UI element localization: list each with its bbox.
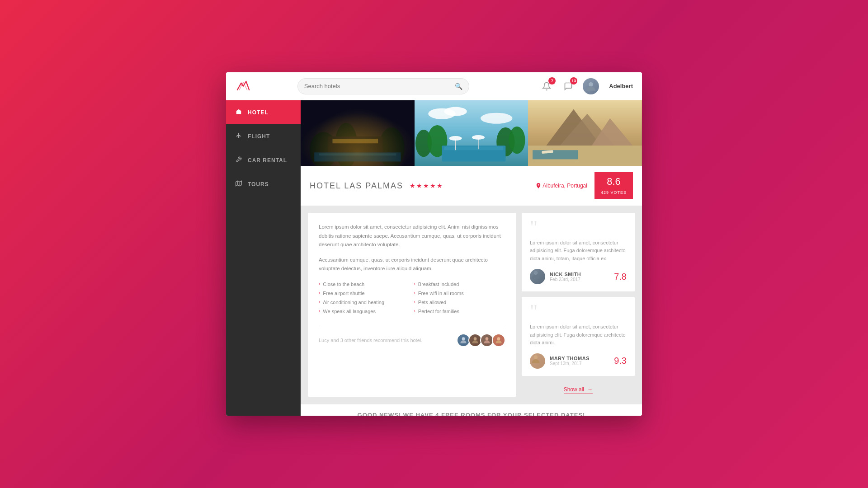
amenity-label: Free wifi in all rooms — [418, 291, 464, 296]
amenity-item: › Pets allowed — [414, 300, 506, 305]
sidebar-item-flight[interactable]: FLIGHT — [226, 124, 301, 148]
svg-rect-11 — [314, 152, 401, 161]
hotel-description-2: Accusantium cumque, quas, ut corporis in… — [319, 256, 505, 273]
svg-point-16 — [481, 113, 512, 124]
score-badge: 8.6 429 VOTES — [594, 172, 633, 199]
svg-point-6 — [310, 132, 337, 166]
amenity-item: › Air conditioning and heating — [319, 300, 410, 305]
bottom-bar-text: GOOD NEWS! WE HAVE 4 FREE ROOMS FOR YOUR… — [358, 412, 585, 416]
amenity-label: Breakfast included — [418, 282, 459, 287]
svg-point-24 — [449, 136, 462, 141]
svg-rect-32 — [533, 150, 578, 159]
amenity-label: Pets allowed — [418, 300, 446, 305]
sidebar-item-car-rental-label: CAR RENTAL — [248, 157, 287, 164]
svg-point-15 — [444, 107, 467, 116]
amenity-item: › Breakfast included — [414, 282, 506, 287]
gallery-image-2 — [415, 100, 528, 166]
svg-rect-4 — [301, 100, 415, 166]
svg-rect-22 — [444, 146, 503, 150]
sidebar-item-tours-label: TOURS — [248, 181, 269, 188]
amenities-list: › Close to the beach › Breakfast include… — [319, 282, 505, 314]
logo[interactable] — [235, 77, 253, 95]
amenity-label: We speak all languages — [323, 309, 376, 314]
friend-avatar-4 — [492, 333, 505, 347]
reviewer-name-1: NICK SMITH — [550, 272, 609, 277]
svg-point-0 — [589, 82, 593, 87]
reviewer-info-1: NICK SMITH Feb 23rd, 2017 — [550, 272, 609, 282]
review-score-2: 9.3 — [614, 356, 627, 366]
header-right: 7 13 Adelbert — [539, 78, 633, 94]
hotel-name: HOTEL LAS PALMAS — [310, 181, 403, 191]
quote-mark-2: " — [530, 304, 627, 319]
svg-rect-10 — [332, 139, 378, 143]
friend-avatars — [458, 333, 505, 347]
svg-point-36 — [486, 337, 489, 340]
map-icon — [235, 180, 242, 188]
location-text: Albufeira, Portugal — [542, 183, 587, 189]
gallery — [301, 100, 642, 166]
reviewer-info-2: MARY THOMAS Sept 13th, 2017 — [550, 356, 609, 366]
star-rating: ★ ★ ★ ★ ★ — [410, 182, 443, 189]
hotel-location: Albufeira, Portugal — [536, 183, 587, 189]
search-input[interactable] — [304, 83, 455, 89]
svg-rect-12 — [319, 153, 396, 155]
content-area: Lorem ipsum dolor sit amet, consectetur … — [301, 206, 642, 404]
svg-point-8 — [379, 127, 404, 166]
svg-point-34 — [462, 337, 465, 340]
amenity-item: › Close to the beach — [319, 282, 410, 287]
score-votes: 429 VOTES — [601, 190, 627, 195]
svg-rect-5 — [301, 100, 415, 166]
notifications-button[interactable]: 7 — [539, 79, 554, 94]
show-all-row: Show all → — [522, 381, 635, 397]
show-all-link[interactable]: Show all → — [564, 386, 593, 394]
amenity-label: Perfect for families — [418, 309, 459, 314]
sidebar-item-hotel-label: HOTEL — [248, 109, 269, 116]
sidebar-item-tours[interactable]: TOURS — [226, 172, 301, 196]
sidebar-item-car-rental[interactable]: CAR RENTAL — [226, 148, 301, 172]
main-content: HOTEL LAS PALMAS ★ ★ ★ ★ ★ Albufeira, Po… — [301, 100, 642, 416]
friends-text: Lucy and 3 other friends recommend this … — [319, 338, 454, 343]
header: 🔍 7 13 Adelbert — [226, 72, 642, 100]
chevron-right-icon: › — [319, 291, 320, 296]
show-all-label: Show all — [564, 386, 584, 393]
wrench-icon — [235, 156, 242, 164]
avatar[interactable] — [583, 78, 599, 94]
svg-rect-9 — [328, 136, 382, 155]
reviewer-date-2: Sept 13th, 2017 — [550, 361, 609, 366]
friends-row: Lucy and 3 other friends recommend this … — [319, 326, 505, 347]
amenity-item: › Perfect for families — [414, 309, 506, 314]
sidebar: HOTEL FLIGHT CAR RENTAL — [226, 100, 301, 416]
score-number: 8.6 — [601, 176, 627, 188]
chevron-right-icon: › — [414, 300, 415, 305]
review-text-1: Lorem ipsum dolor sit amet, consectetur … — [530, 239, 627, 263]
reviewer-avatar-2 — [530, 353, 545, 369]
gallery-image-3 — [528, 100, 642, 166]
reviewer-1: NICK SMITH Feb 23rd, 2017 7.8 — [530, 269, 627, 284]
sidebar-item-hotel[interactable]: HOTEL — [226, 100, 301, 124]
sidebar-item-flight-label: FLIGHT — [248, 133, 270, 140]
bottom-bar: GOOD NEWS! WE HAVE 4 FREE ROOMS FOR YOUR… — [301, 404, 642, 416]
reviewer-date-1: Feb 23rd, 2017 — [550, 277, 609, 282]
gallery-image-1 — [301, 100, 415, 166]
reviewer-2: MARY THOMAS Sept 13th, 2017 9.3 — [530, 353, 627, 369]
chevron-right-icon: › — [414, 291, 415, 296]
app-window: 🔍 7 13 Adelbert — [226, 72, 642, 416]
chevron-right-icon: › — [414, 309, 415, 314]
amenity-item: › Free wifi in all rooms — [414, 291, 506, 296]
amenity-label: Close to the beach — [323, 282, 364, 287]
search-bar[interactable]: 🔍 — [297, 78, 469, 94]
messages-button[interactable]: 13 — [561, 79, 576, 94]
chevron-right-icon: › — [319, 300, 320, 305]
right-panel: " Lorem ipsum dolor sit amet, consectetu… — [522, 213, 635, 397]
svg-point-37 — [497, 337, 500, 340]
left-panel: Lorem ipsum dolor sit amet, consectetur … — [308, 213, 516, 397]
user-name: Adelbert — [609, 83, 633, 89]
review-card-2: " Lorem ipsum dolor sit amet, consectetu… — [522, 297, 635, 375]
search-icon: 🔍 — [455, 83, 462, 90]
chevron-right-icon: › — [319, 309, 320, 314]
arrow-right-icon: → — [587, 386, 593, 393]
hotel-description-1: Lorem ipsum dolor sit amet, consectetur … — [319, 223, 505, 249]
svg-point-26 — [472, 135, 485, 140]
chevron-right-icon: › — [414, 282, 415, 286]
amenity-item: › We speak all languages — [319, 309, 410, 314]
